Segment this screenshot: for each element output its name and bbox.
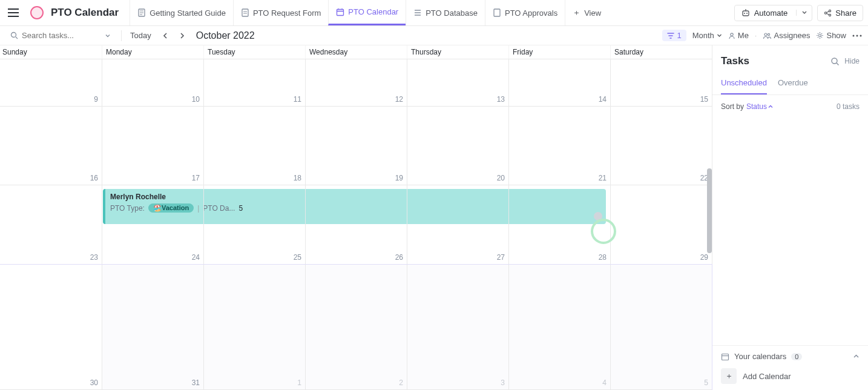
show-button[interactable]: Show — [816, 31, 846, 40]
chevron-up-icon[interactable] — [853, 353, 860, 360]
vacation-badge: 🏖️Vacation — [148, 203, 194, 213]
calendar-cell[interactable]: 5 — [610, 265, 712, 389]
view-mode-label: Month — [692, 31, 714, 40]
calendar-cell[interactable]: 13 — [407, 59, 508, 106]
date-number: 2 — [399, 378, 403, 387]
automate-label: Automate — [754, 8, 788, 18]
calendar-cell[interactable]: 16 — [0, 107, 102, 185]
date-number: 31 — [192, 378, 200, 387]
page-title: PTO Calendar — [51, 7, 119, 19]
chevron-down-icon[interactable] — [105, 33, 111, 39]
me-filter[interactable]: Me — [728, 31, 749, 40]
today-button[interactable]: Today — [128, 30, 154, 41]
automate-button[interactable]: Automate — [734, 5, 813, 21]
tab-label: PTO Database — [426, 8, 478, 18]
automate-dropdown[interactable] — [796, 10, 812, 16]
calendar-cell[interactable]: 4 — [508, 265, 610, 389]
search-input-wrap[interactable] — [6, 28, 115, 42]
gear-icon — [816, 31, 824, 39]
view-mode-selector[interactable]: Month — [692, 31, 722, 40]
search-icon — [10, 31, 18, 39]
date-number: 3 — [501, 378, 505, 387]
calendar-cell[interactable]: 9 — [0, 59, 102, 106]
calendar-cell[interactable]: 20 — [407, 107, 508, 185]
plus-icon: ＋ — [721, 368, 737, 384]
filter-button[interactable]: 1 — [662, 30, 686, 41]
calendar-cell[interactable]: 23 — [0, 185, 102, 263]
your-calendars-label: Your calendars — [734, 352, 786, 361]
date-number: 29 — [700, 253, 708, 262]
calendar-cell[interactable]: 3 — [407, 265, 508, 389]
next-month-button[interactable] — [177, 31, 188, 41]
calendar-cell[interactable]: 15 — [610, 59, 712, 106]
date-number: 4 — [602, 378, 607, 387]
date-number: 19 — [395, 174, 403, 182]
calendar-cell[interactable]: 26 — [305, 185, 407, 263]
search-icon[interactable] — [830, 57, 840, 66]
me-label: Me — [738, 31, 749, 40]
assignees-filter[interactable]: Assignees — [763, 31, 810, 40]
divider — [121, 30, 122, 41]
add-view-button[interactable]: ＋ View — [565, 0, 608, 25]
calendar-cell[interactable]: 25 — [203, 185, 305, 263]
tab-pto-database[interactable]: PTO Database — [406, 0, 485, 25]
prev-month-button[interactable] — [160, 31, 171, 41]
svg-rect-3 — [494, 9, 500, 16]
calendar-cell[interactable]: 24 Merlyn Rochelle PTO Type: 🏖️Vacation … — [102, 185, 203, 263]
date-number: 11 — [294, 95, 301, 104]
calendar-cell[interactable]: 29 — [610, 185, 712, 263]
date-number: 28 — [599, 253, 607, 262]
calendar-cell[interactable]: 19 — [305, 107, 407, 185]
svg-point-17 — [860, 35, 862, 36]
sort-status-selector[interactable]: Status — [746, 102, 773, 111]
plus-icon: ＋ — [573, 7, 580, 18]
more-menu[interactable] — [852, 35, 862, 37]
tab-pto-approvals[interactable]: PTO Approvals — [485, 0, 565, 25]
calendar-cell[interactable]: 27 — [407, 185, 508, 263]
svg-point-16 — [856, 35, 858, 36]
calendar-cell[interactable]: 17 — [102, 107, 203, 185]
calendar-cell[interactable]: 21 — [508, 107, 610, 185]
svg-point-6 — [746, 13, 748, 14]
show-label: Show — [826, 31, 846, 40]
tab-getting-started[interactable]: Getting Started Guide — [130, 0, 233, 25]
doc-icon — [137, 8, 146, 17]
calendar-cell[interactable]: 11 — [203, 59, 305, 106]
task-count: 0 tasks — [837, 102, 860, 111]
date-number: 14 — [599, 95, 607, 104]
tab-pto-calendar[interactable]: PTO Calendar — [328, 0, 406, 25]
calendar-cell[interactable]: 22 — [610, 107, 712, 185]
calendar-cell[interactable]: 31 Frazier Celia PTO Type: 🤒Sick | PTO D… — [102, 265, 203, 389]
tab-request-form[interactable]: PTO Request Form — [233, 0, 328, 25]
calendar-cell[interactable]: 18 — [203, 107, 305, 185]
calendar-cell[interactable]: 10 — [102, 59, 203, 106]
event-type-label: PTO Type: — [110, 204, 145, 213]
date-number: 1 — [297, 378, 301, 387]
chevron-down-icon — [717, 33, 722, 38]
svg-rect-19 — [722, 354, 729, 360]
date-number: 9 — [94, 95, 98, 104]
tab-label: PTO Request Form — [253, 8, 321, 18]
calendar-cell[interactable]: 30 — [0, 265, 102, 389]
tab-label: PTO Approvals — [505, 8, 557, 18]
svg-point-14 — [819, 35, 821, 37]
tab-overdue[interactable]: Overdue — [778, 73, 808, 94]
calendar-cell[interactable]: 2 — [305, 265, 407, 389]
assignees-label: Assignees — [774, 31, 810, 40]
add-calendar-button[interactable]: ＋ Add Calendar — [721, 368, 860, 384]
share-button[interactable]: Share — [817, 5, 863, 21]
add-calendar-label: Add Calendar — [743, 372, 791, 381]
svg-point-8 — [829, 10, 831, 12]
calendar-cell[interactable]: 12 — [305, 59, 407, 106]
filter-count: 1 — [677, 31, 681, 40]
tab-unscheduled[interactable]: Unscheduled — [721, 73, 767, 94]
sort-value: Status — [746, 102, 767, 111]
calendar-cell[interactable]: 1 — [203, 265, 305, 389]
calendar-count: 0 — [791, 353, 802, 360]
search-input[interactable] — [22, 31, 94, 40]
scrollbar[interactable] — [707, 168, 712, 253]
hide-button[interactable]: Hide — [844, 57, 860, 65]
tab-label: Getting Started Guide — [150, 8, 226, 18]
menu-icon[interactable] — [5, 4, 22, 21]
calendar-cell[interactable]: 14 — [508, 59, 610, 106]
